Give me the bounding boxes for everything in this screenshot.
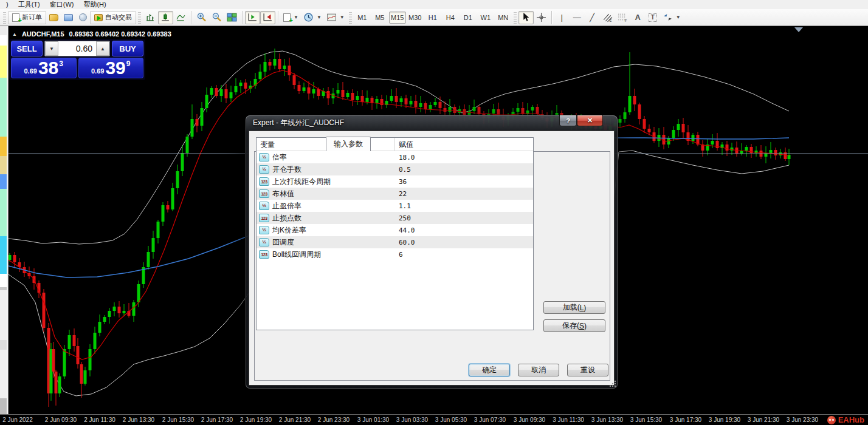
menu-item-help[interactable]: 帮助(H) (78, 0, 111, 9)
line-chart-mode-button[interactable] (173, 11, 188, 24)
market-watch-button[interactable] (61, 11, 75, 24)
value-column-header[interactable]: 赋值 (395, 138, 533, 151)
load-button[interactable]: 加载(L) (543, 301, 605, 314)
tab-2[interactable]: 输入参数 (326, 137, 371, 151)
zoom-in-button[interactable] (194, 11, 209, 24)
arrows-dropdown[interactable]: ▼ (660, 11, 683, 24)
dialog-close-button[interactable]: ✕ (577, 115, 603, 126)
volume-input[interactable] (58, 41, 96, 56)
market-watch-item[interactable] (0, 174, 7, 189)
toolbar-grip[interactable] (514, 12, 517, 24)
horizontal-line-tool[interactable]: — (570, 11, 585, 24)
timeframe-h4[interactable]: H4 (442, 12, 459, 24)
bid-price-display[interactable]: 0.69 38 3 (11, 58, 77, 78)
crosshair-tool-button[interactable] (534, 11, 549, 24)
toolbar-grip[interactable] (138, 12, 141, 24)
market-watch-item[interactable] (0, 398, 7, 414)
volume-decrease-button[interactable]: ▼ (45, 41, 58, 56)
menu-item-window[interactable]: 窗口(W) (45, 0, 79, 9)
channel-tool[interactable]: E (600, 11, 615, 24)
market-watch-item[interactable] (0, 189, 7, 236)
param-value[interactable]: 22 (395, 190, 533, 198)
market-watch-item[interactable] (0, 350, 7, 398)
tile-windows-button[interactable] (224, 11, 239, 24)
time-axis-label: 3 Jun 17:30 (670, 416, 701, 423)
ok-button[interactable]: 确定 (469, 364, 510, 376)
eahub-robot-icon (827, 416, 836, 424)
sell-button[interactable]: SELL (11, 41, 43, 56)
timeframe-m30[interactable]: M30 (407, 12, 424, 24)
market-watch-item[interactable] (0, 35, 7, 46)
label-tool[interactable]: T (646, 11, 660, 24)
menu-item-cut[interactable]: ) (1, 0, 13, 9)
table-row[interactable]: ½止盈倍率1.1 (257, 200, 533, 212)
param-value[interactable]: 18.0 (395, 154, 533, 162)
timeframe-m5[interactable]: M5 (371, 12, 388, 24)
timeframe-m1[interactable]: M1 (354, 12, 371, 24)
reset-button[interactable]: 重设 (567, 364, 608, 376)
timeframe-mn[interactable]: MN (495, 12, 512, 24)
table-row[interactable]: ½倍率18.0 (257, 151, 533, 163)
param-value[interactable]: 44.0 (395, 226, 533, 234)
buy-button[interactable]: BUY (112, 41, 143, 56)
table-row[interactable]: ½开仓手数0.5 (257, 163, 533, 175)
param-value[interactable]: 1.1 (395, 202, 533, 210)
charts-profile-button[interactable] (46, 11, 61, 24)
market-watch-item[interactable] (0, 46, 7, 78)
templates-dropdown[interactable]: ▼ (324, 11, 347, 24)
timeframe-h1[interactable]: H1 (424, 12, 441, 24)
bar-chart-mode-button[interactable] (143, 11, 158, 24)
zoom-out-button[interactable] (209, 11, 224, 24)
periods-dropdown[interactable]: ▼ (301, 11, 324, 24)
save-button[interactable]: 保存(S) (543, 319, 605, 332)
text-tool[interactable]: A (630, 11, 646, 24)
timeframe-m15[interactable]: M15 (389, 12, 406, 24)
timeframe-w1[interactable]: W1 (477, 12, 494, 24)
param-value[interactable]: 0.5 (395, 166, 533, 174)
time-axis[interactable]: EAHub 2 Jun 20222 Jun 09:302 Jun 11:302 … (0, 414, 868, 425)
param-value[interactable]: 250 (395, 214, 533, 222)
table-row[interactable]: ½均K价差率44.0 (257, 224, 533, 236)
cursor-tool-button[interactable] (518, 11, 534, 24)
table-row[interactable]: 123Boll线回调周期6 (257, 248, 533, 260)
dialog-resize-grip[interactable] (609, 380, 616, 387)
market-watch-item[interactable] (0, 274, 7, 287)
fibonacci-tool[interactable]: F (615, 11, 630, 24)
market-watch-strip[interactable] (0, 26, 9, 414)
market-watch-item[interactable] (0, 78, 7, 137)
ask-price-display[interactable]: 0.69 39 9 (78, 58, 144, 78)
menu-item-tools[interactable]: 工具(T) (13, 0, 45, 9)
table-row[interactable]: 123止损点数250 (257, 212, 533, 224)
toolbar-grip[interactable] (3, 12, 6, 24)
timeframe-d1[interactable]: D1 (460, 12, 477, 24)
table-row[interactable]: ½回调度60.0 (257, 236, 533, 248)
param-value[interactable]: 36 (395, 178, 533, 186)
market-watch-item[interactable] (0, 137, 7, 156)
candlestick-mode-button[interactable] (158, 11, 173, 24)
chart-shift-button[interactable] (260, 11, 275, 24)
trendline-tool[interactable]: ╱ (585, 11, 600, 24)
param-value[interactable]: 6 (395, 251, 533, 259)
parameters-table[interactable]: 变量 赋值 ½倍率18.0½开仓手数0.5123上次打线距今周期36123布林值… (256, 137, 534, 330)
market-watch-item[interactable] (0, 290, 7, 340)
market-watch-item[interactable] (0, 27, 7, 35)
market-watch-item[interactable] (0, 340, 7, 350)
cancel-button[interactable]: 取消 (518, 364, 559, 376)
collapse-triangle-icon[interactable]: ▲ (12, 32, 17, 37)
new-order-button[interactable]: + 新订单 (8, 11, 46, 24)
table-row[interactable]: 123上次打线距今周期36 (257, 175, 533, 188)
community-button[interactable] (75, 11, 90, 24)
dialog-help-button[interactable]: ? (559, 115, 577, 126)
market-watch-item[interactable] (0, 156, 7, 174)
param-value[interactable]: 60.0 (395, 239, 533, 246)
autoscroll-button[interactable] (245, 11, 260, 24)
new-chart-dropdown[interactable]: + ▼ (281, 11, 301, 24)
arrows-icon (663, 12, 673, 22)
vertical-line-tool[interactable]: | (554, 11, 570, 24)
toolbar-grip[interactable] (349, 12, 352, 24)
table-row[interactable]: 123布林值22 (257, 188, 533, 200)
autotrading-button[interactable]: 自动交易 (90, 11, 136, 24)
market-watch-item[interactable] (0, 236, 7, 274)
chart-shift-marker[interactable] (794, 27, 803, 32)
volume-increase-button[interactable]: ▲ (96, 41, 109, 56)
